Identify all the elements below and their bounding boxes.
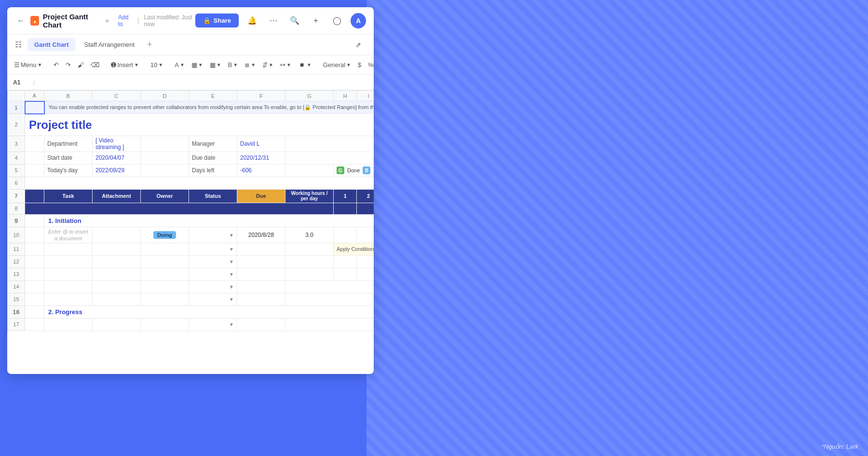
cell-e13[interactable]: ▼ — [189, 268, 237, 280]
cell-e10[interactable]: ▼ — [189, 227, 237, 243]
col-header-h[interactable]: H — [334, 91, 357, 101]
notification-button[interactable]: 🔔 — [244, 13, 260, 28]
search-button[interactable]: 🔍 — [287, 13, 302, 28]
undo-button[interactable]: ↶ — [51, 58, 62, 72]
col-header-i[interactable]: I — [357, 91, 374, 101]
back-button[interactable]: ← — [15, 14, 27, 28]
dropdown-icon-13[interactable]: ▼ — [229, 272, 234, 277]
col-header-a[interactable]: A — [25, 91, 44, 101]
dropdown-icon-11[interactable]: ▼ — [229, 247, 234, 252]
col-header-g[interactable]: G — [285, 91, 334, 101]
cell-b14[interactable] — [44, 280, 93, 293]
cell-a3[interactable] — [25, 136, 44, 152]
department-value[interactable]: [ Video streaming ] — [93, 136, 141, 152]
cell-a13[interactable] — [25, 268, 44, 280]
cell-f10[interactable]: 2020/8/28 — [237, 227, 285, 243]
cell-a5[interactable] — [25, 164, 44, 177]
cell-e17[interactable]: ▼ — [189, 318, 237, 331]
cell-b11[interactable] — [44, 243, 93, 255]
cell-a14[interactable] — [25, 280, 44, 293]
cell-d15[interactable] — [141, 293, 189, 305]
border-button[interactable]: ▦ ▼ — [207, 58, 224, 72]
col-header-b[interactable]: B — [44, 91, 93, 101]
cell-d4[interactable] — [141, 152, 189, 164]
cell-a15[interactable] — [25, 293, 44, 305]
dropdown-icon-15[interactable]: ▼ — [229, 297, 234, 302]
format-button[interactable]: General ▼ — [320, 58, 354, 72]
tab-staff-arrangement[interactable]: Staff Arrangement — [78, 38, 142, 51]
redo-button[interactable]: ↷ — [63, 58, 74, 72]
layout-button[interactable]: ◾ ▼ — [295, 58, 314, 72]
add-tab-button[interactable]: + — [143, 38, 156, 52]
cell-a12[interactable] — [25, 255, 44, 268]
cell-b12[interactable] — [44, 255, 93, 268]
currency-button[interactable]: $ — [355, 58, 364, 72]
more-options-button[interactable]: ⋯ — [266, 13, 281, 28]
clear-button[interactable]: ⌫ — [88, 58, 102, 72]
cell-c14[interactable] — [93, 280, 141, 293]
start-date-value[interactable]: 2020/04/07 — [93, 152, 141, 164]
cell-d17[interactable] — [141, 318, 189, 331]
cell-c15[interactable] — [93, 293, 141, 305]
cell-d11[interactable] — [141, 243, 189, 255]
cell-c13[interactable] — [93, 268, 141, 280]
col-header-e[interactable]: E — [189, 91, 237, 101]
cell-e11[interactable]: ▼ — [189, 243, 237, 255]
col-header-f[interactable]: F — [237, 91, 285, 101]
dropdown-icon[interactable]: ▼ — [229, 233, 234, 238]
cell-b17[interactable] — [44, 318, 93, 331]
cell-project-title[interactable]: Project title — [25, 114, 374, 136]
cell-d10[interactable]: Doing — [141, 227, 189, 243]
bold-button[interactable]: B ▼ — [225, 58, 241, 72]
tab-gantt-chart[interactable]: Gantt Chart — [27, 38, 76, 51]
cell-a1[interactable] — [25, 101, 44, 114]
cell-d3[interactable] — [141, 136, 189, 152]
expand-button[interactable]: ⇗ — [351, 37, 366, 53]
align-button[interactable]: ≣ ▼ — [242, 58, 258, 72]
dropdown-icon-14[interactable]: ▼ — [229, 284, 234, 290]
sheet-area[interactable]: A B C D E F G H I J K L M N O P Q — [7, 90, 374, 374]
indent-button[interactable]: ⇵ ▼ — [259, 58, 276, 72]
cell-a11[interactable] — [25, 243, 44, 255]
cell-d13[interactable] — [141, 268, 189, 280]
days-left-value[interactable]: -606 — [237, 164, 285, 177]
merge-button[interactable]: ↦ ▼ — [277, 58, 294, 72]
add-button[interactable]: + — [308, 13, 324, 28]
insert-button[interactable]: ➊ Insert ▼ — [108, 58, 141, 72]
cell-c17[interactable] — [93, 318, 141, 331]
star-icon[interactable]: ★ — [104, 17, 110, 25]
cell-a4[interactable] — [25, 152, 44, 164]
share-button[interactable]: 🔒 Share — [195, 14, 239, 28]
cell-reference[interactable]: A1 — [13, 79, 27, 86]
manager-value[interactable]: David L — [237, 136, 285, 152]
cell-c11[interactable] — [93, 243, 141, 255]
cell-e14[interactable]: ▼ — [189, 280, 237, 293]
layers-icon[interactable]: ☷ — [15, 40, 22, 49]
dropdown-icon-12[interactable]: ▼ — [229, 259, 234, 264]
cell-a10[interactable] — [25, 227, 44, 243]
format-paint-button[interactable]: 🖌 — [75, 58, 87, 72]
cell-e15[interactable]: ▼ — [189, 293, 237, 305]
cell-a17[interactable] — [25, 318, 44, 331]
cell-c10[interactable] — [93, 227, 141, 243]
menu-button[interactable]: ☰ Menu ▼ — [11, 58, 45, 72]
percent-button[interactable]: % — [365, 58, 374, 72]
add-to-button[interactable]: Add to — [118, 14, 132, 28]
cell-g10[interactable]: 3.0 — [285, 227, 334, 243]
today-value[interactable]: 2022/08/29 — [93, 164, 141, 177]
cell-c12[interactable] — [93, 255, 141, 268]
cell-b10[interactable]: Enter @ to insert a document — [44, 227, 93, 243]
dropdown-icon-17[interactable]: ▼ — [229, 322, 234, 327]
cell-b15[interactable] — [44, 293, 93, 305]
font-size-button[interactable]: 10 ▼ — [148, 58, 166, 72]
font-color-button[interactable]: A ▼ — [172, 58, 188, 72]
due-date-value[interactable]: 2020/12/31 — [237, 152, 285, 164]
fill-color-button[interactable]: ▦ ▼ — [189, 58, 206, 72]
avatar[interactable]: A — [351, 13, 366, 28]
cell-d5[interactable] — [141, 164, 189, 177]
cell-b13[interactable] — [44, 268, 93, 280]
col-header-d[interactable]: D — [141, 91, 189, 101]
help-button[interactable]: ◯ — [329, 13, 345, 28]
cell-e12[interactable]: ▼ — [189, 255, 237, 268]
cell-d12[interactable] — [141, 255, 189, 268]
